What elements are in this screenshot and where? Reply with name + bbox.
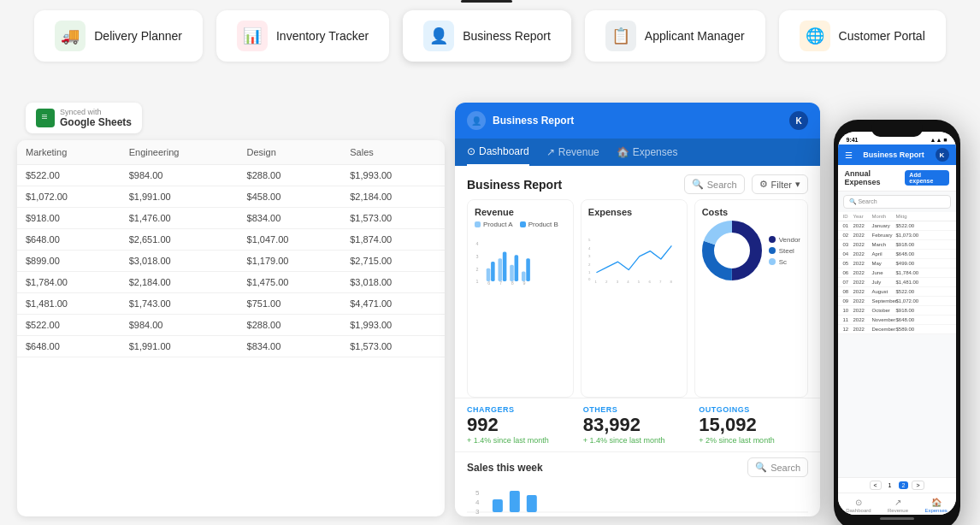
nav-tab-expenses[interactable]: 🏠 Expenses bbox=[617, 139, 678, 165]
phone-time: 9:41 bbox=[847, 137, 859, 143]
phone-nav-revenue[interactable]: ↗ Revenue bbox=[888, 497, 908, 513]
outgoings-value: 15,092 bbox=[699, 414, 808, 436]
stats-row: CHARGERS 992 + 1.4% since last month OTH… bbox=[455, 398, 820, 451]
phone-table-row: 052022May$499.00 bbox=[838, 259, 956, 268]
app-tab-applicant-manager[interactable]: 📋 Applicant Manager bbox=[585, 10, 765, 62]
expenses-chart-box: Expenses 5 4 3 2 1 0 bbox=[581, 199, 688, 398]
svg-rect-42 bbox=[493, 499, 503, 512]
phone-table-row: 062022June$1,784.00 bbox=[838, 268, 956, 278]
donut-legend-vendor: Vendor bbox=[769, 236, 800, 244]
app-tab-customer-portal[interactable]: 🌐 Customer Portal bbox=[779, 10, 946, 62]
phone-body: Annual Expenses Add expense 🔍 Search ID … bbox=[838, 165, 956, 493]
main-search-box[interactable]: 🔍 Search bbox=[684, 174, 745, 194]
app-window: 👤 Business Report K ⊙ Dashboard ↗ Revenu… bbox=[455, 103, 820, 516]
phone-bottom-nav: ⊙ Dashboard ↗ Revenue 🏠 Expenses bbox=[838, 493, 956, 515]
app-tab-delivery-planner[interactable]: 🚚 Delivery Planner bbox=[34, 10, 203, 62]
costs-chart-title: Costs bbox=[702, 207, 800, 217]
filter-icon: ⚙ bbox=[759, 179, 768, 190]
nav-tab-revenue[interactable]: ↗ Revenue bbox=[546, 139, 599, 165]
phone: 9:41 ▲▲ ■ ☰ Business Report K Annual Exp… bbox=[834, 120, 960, 525]
svg-rect-13 bbox=[515, 255, 519, 281]
svg-rect-2 bbox=[42, 116, 47, 117]
sales-search-icon: 🔍 bbox=[755, 462, 767, 473]
svg-rect-8 bbox=[487, 268, 491, 281]
sheets-icon bbox=[36, 109, 55, 127]
phone-table-body: 012022January$522.00022022February$1,073… bbox=[838, 221, 956, 334]
others-label: OTHERS bbox=[583, 405, 693, 414]
svg-text:3: 3 bbox=[588, 254, 591, 258]
svg-text:5: 5 bbox=[475, 489, 480, 497]
app-label-applicant-manager: Applicant Manager bbox=[645, 29, 745, 43]
phone-table-header: ID Year Month Mktg bbox=[838, 212, 956, 221]
phone-nav-dashboard[interactable]: ⊙ Dashboard bbox=[846, 497, 871, 513]
page-2-button[interactable]: 2 bbox=[899, 481, 909, 489]
others-value: 83,992 bbox=[583, 414, 693, 436]
sales-title: Sales this week bbox=[467, 462, 543, 474]
revenue-nav-icon: ↗ bbox=[893, 497, 903, 507]
expenses-icon: 🏠 bbox=[617, 146, 629, 158]
svg-rect-43 bbox=[510, 491, 520, 512]
donut-legend-steel: Steel bbox=[769, 247, 800, 255]
app-label-delivery-planner: Delivery Planner bbox=[94, 29, 182, 43]
app-label-business-report: Business Report bbox=[463, 29, 551, 43]
phone-app-title: Business Report bbox=[863, 150, 924, 159]
app-tab-inventory-tracker[interactable]: 📊 Inventory Tracker bbox=[216, 10, 389, 62]
app-label-inventory-tracker: Inventory Tracker bbox=[276, 29, 369, 43]
filter-button[interactable]: ⚙ Filter ▾ bbox=[752, 174, 808, 194]
costs-chart: Vendor Steel Sc bbox=[702, 221, 800, 280]
sales-search-box[interactable]: 🔍 Search bbox=[747, 457, 808, 477]
donut-legend: Vendor Steel Sc bbox=[769, 236, 800, 266]
phone-nav-expenses[interactable]: 🏠 Expenses bbox=[924, 497, 947, 513]
svg-text:2: 2 bbox=[588, 262, 591, 267]
page-1-button[interactable]: 1 bbox=[885, 481, 895, 489]
charts-row: Revenue Product A Product B bbox=[455, 199, 820, 398]
data-table: Marketing Engineering Design Sales $522.… bbox=[17, 140, 445, 357]
table-row: $522.00$984.00$288.00$1,993.00 bbox=[17, 315, 445, 336]
expenses-chart: 5 4 3 2 1 0 1 2 3 bbox=[588, 221, 680, 289]
phone-table-row: 032022March$918.00 bbox=[838, 240, 956, 250]
phone-table-row: 122022December$589.00 bbox=[838, 325, 956, 334]
app-icon-applicant-manager: 📋 bbox=[605, 21, 636, 51]
sheets-text: Synced with Google Sheets bbox=[60, 108, 132, 128]
outgoings-label: OUTGOINGS bbox=[699, 405, 808, 414]
svg-text:1: 1 bbox=[476, 279, 479, 284]
add-expense-button[interactable]: Add expense bbox=[905, 170, 948, 186]
svg-rect-44 bbox=[527, 495, 537, 512]
phone-section-header: Annual Expenses Add expense bbox=[838, 165, 956, 192]
chargers-label: CHARGERS bbox=[467, 405, 576, 414]
table-header-row: Marketing Engineering Design Sales bbox=[17, 140, 445, 165]
svg-text:0: 0 bbox=[588, 277, 591, 281]
expenses-nav-icon: 🏠 bbox=[931, 497, 942, 507]
prev-page-button[interactable]: < bbox=[870, 481, 882, 490]
app-icon-customer-portal: 🌐 bbox=[800, 21, 830, 51]
svg-rect-12 bbox=[510, 265, 514, 281]
google-sheets-badge: Synced with Google Sheets bbox=[26, 103, 142, 133]
svg-rect-15 bbox=[526, 258, 530, 281]
phone-header: ☰ Business Report K bbox=[838, 145, 956, 165]
revenue-chart-title: Revenue bbox=[475, 207, 566, 217]
svg-text:6: 6 bbox=[487, 280, 490, 286]
phone-section-title: Annual Expenses bbox=[845, 169, 906, 186]
svg-rect-3 bbox=[42, 118, 47, 119]
data-table-panel: Marketing Engineering Design Sales $522.… bbox=[17, 140, 445, 516]
svg-rect-9 bbox=[491, 262, 495, 281]
outgoings-change: + 2% since last month bbox=[699, 436, 808, 445]
dashboard-nav-icon: ⊙ bbox=[853, 497, 864, 507]
nav-tab-dashboard[interactable]: ⊙ Dashboard bbox=[467, 139, 529, 166]
svg-text:1: 1 bbox=[588, 270, 591, 274]
svg-text:3: 3 bbox=[476, 254, 479, 259]
app-tab-business-report[interactable]: 👤 Business Report bbox=[403, 10, 571, 62]
stat-others: OTHERS 83,992 + 1.4% since last month bbox=[583, 405, 693, 445]
donut-legend-sc: Sc bbox=[769, 258, 800, 266]
table-row: $648.00$1,991.00$834.00$1,573.00 bbox=[17, 336, 445, 357]
svg-text:3: 3 bbox=[475, 508, 480, 516]
synced-label: Synced with bbox=[60, 108, 132, 116]
next-page-button[interactable]: > bbox=[912, 481, 924, 490]
phone-search[interactable]: 🔍 Search bbox=[843, 195, 951, 209]
svg-text:7: 7 bbox=[659, 280, 662, 284]
phone-screen: 9:41 ▲▲ ■ ☰ Business Report K Annual Exp… bbox=[838, 132, 956, 515]
svg-rect-10 bbox=[498, 258, 502, 281]
svg-text:9: 9 bbox=[522, 280, 525, 286]
phone-menu-icon: ☰ bbox=[845, 150, 853, 160]
phone-table-row: 022022February$1,073.00 bbox=[838, 231, 956, 240]
